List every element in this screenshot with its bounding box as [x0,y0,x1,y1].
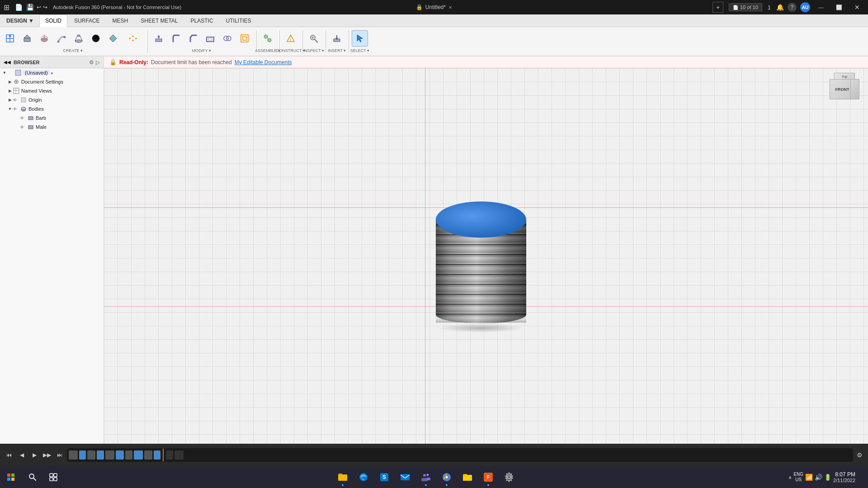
timeline-last-btn[interactable]: ⏭ [54,450,65,460]
male-label: Male [36,124,47,130]
construct-btn[interactable] [283,30,299,47]
press-pull-btn[interactable] [151,30,167,47]
tray-chevron[interactable]: ∧ [788,475,792,480]
timeline-prev-btn[interactable]: ◀ [16,450,27,460]
timeline-play-btn[interactable]: ▶ [29,450,40,460]
timeline-first-btn[interactable]: ⏮ [4,450,14,460]
chamfer-btn[interactable] [185,30,201,47]
extrude-btn[interactable] [19,30,35,47]
user-avatar[interactable]: AU [800,2,810,12]
battery-icon[interactable]: 🔋 [824,474,831,481]
browser-item-named-views[interactable]: ▶ Named Views [0,86,104,95]
undo-icon[interactable]: ↩ [36,4,42,10]
tab-sheet-metal[interactable]: SHEET METAL [135,14,184,27]
taskbar-fusion360[interactable]: F [478,467,498,487]
browser-item-barb[interactable]: ▶ 👁 Barb [0,113,104,122]
insert-group-label[interactable]: INSERT ▾ [328,48,346,53]
timeline-settings-btn[interactable]: ⚙ [855,451,864,459]
browser-item-male[interactable]: ▶ 👁 Male [0,122,104,131]
select-btn[interactable] [352,30,368,47]
shell-btn[interactable] [202,30,218,47]
combine-btn[interactable] [219,30,236,47]
new-component-icon [5,33,15,43]
more-create-btn[interactable] [105,30,121,47]
doc-count-badge[interactable]: 📄 10 of 10 [729,3,762,11]
construct-group-label[interactable]: CONSTRUCT ▾ [276,48,305,53]
apps-grid-icon[interactable]: ⊞ [0,3,13,12]
tab-solid[interactable]: SOLID [39,14,67,27]
viewcube-right-face[interactable] [850,79,859,99]
inspect-icon [309,33,319,43]
system-clock[interactable]: 8:07 PM 2/11/2022 [833,471,860,483]
search-button[interactable] [22,466,43,488]
minimize-btn[interactable]: — [814,0,828,14]
browser-item-document-settings[interactable]: ▶ Document Settings [0,77,104,86]
scale-btn[interactable] [236,30,253,47]
save-icon[interactable]: 💾 [24,4,36,11]
timeline-playhead[interactable] [163,449,164,461]
sweep-btn[interactable] [53,30,70,47]
inspect-btn[interactable] [306,30,322,47]
eye-icon-origin[interactable]: 👁 [13,98,19,103]
tab-utilities[interactable]: UTILITIES [220,14,257,27]
svg-marker-20 [132,40,134,42]
tab-plastic[interactable]: PLASTIC [185,14,219,27]
redo-icon[interactable]: ↪ [42,4,48,10]
fillet-btn[interactable] [168,30,184,47]
volume-icon[interactable]: 🔊 [815,474,822,481]
revolve-btn[interactable] [36,30,52,47]
taskbar-file-explorer[interactable] [333,467,353,487]
browser-item-root[interactable]: ▼ 👁 (Unsaved) ● [0,68,104,77]
browser-item-bodies[interactable]: ▼ 👁 Bodies [0,104,104,113]
close-tab-btn[interactable]: ✕ [448,5,452,10]
new-component-btn[interactable] [2,30,18,47]
create-group-label[interactable]: CREATE ▾ [63,48,82,53]
eye-icon-male[interactable]: 👁 [20,125,26,130]
eye-icon-barb[interactable]: 👁 [20,116,26,121]
notification-bell-icon[interactable]: 🔔 [776,4,784,11]
taskbar-store[interactable]: S [374,467,394,487]
close-window-btn[interactable]: ✕ [850,0,864,14]
tab-surface[interactable]: SURFACE [68,14,106,27]
assemble-btn[interactable] [259,30,276,47]
timeline-track[interactable] [67,448,853,462]
animation-timeline: ⏮ ◀ ▶ ▶▶ ⏭ ⚙ [0,444,868,466]
browser-expand-panel-btn[interactable]: ▷ [96,59,100,66]
viewcube[interactable]: Top FRONT [825,73,861,109]
maximize-btn[interactable]: ⬜ [832,0,846,14]
taskbar-settings[interactable] [499,467,519,487]
taskbar-teams[interactable] [416,467,436,487]
wifi-icon[interactable]: 📶 [805,474,813,481]
viewport[interactable]: Top FRONT [104,68,868,465]
timeline-next-btn[interactable]: ▶▶ [42,450,52,460]
inspect-group-label[interactable]: INSPECT ▾ [303,48,324,53]
select-group-label[interactable]: SELECT ▾ [350,48,369,53]
separator-1 [147,30,148,53]
expand-arrow-root: ▼ [2,70,7,75]
sphere-btn[interactable] [88,30,104,47]
timeline-block-11 [166,450,173,460]
taskbar-explorer-2[interactable] [458,467,477,487]
insert-btn[interactable] [329,30,345,47]
design-mode-dropdown[interactable]: DESIGN ▼ [2,14,38,27]
help-btn[interactable]: ? [788,3,797,12]
loft-btn[interactable] [71,30,87,47]
eye-icon-bodies[interactable]: 👁 [13,107,19,112]
keyboard-layout[interactable]: ENGUS [793,472,803,483]
notification-count[interactable]: 1 [766,4,773,11]
browser-settings-icon[interactable]: ⚙ [89,59,94,66]
taskbar-mail[interactable] [395,467,415,487]
editable-docs-link[interactable]: My Editable Documents [235,59,292,66]
file-menu-icon[interactable]: 📄 [13,4,24,11]
tab-mesh[interactable]: MESH [107,14,134,27]
taskbar-edge[interactable] [354,467,373,487]
browser-collapse-btn[interactable]: ◀◀ [4,60,11,65]
add-tab-btn[interactable]: + [712,2,723,13]
move-btn[interactable] [122,30,144,47]
taskbar-chrome[interactable] [437,467,457,487]
task-view-button[interactable] [43,467,63,487]
browser-item-origin[interactable]: ▶ 👁 Origin [0,95,104,104]
start-button[interactable] [0,466,22,488]
modify-group-label[interactable]: MODIFY ▾ [192,48,211,53]
svg-rect-30 [243,37,246,40]
